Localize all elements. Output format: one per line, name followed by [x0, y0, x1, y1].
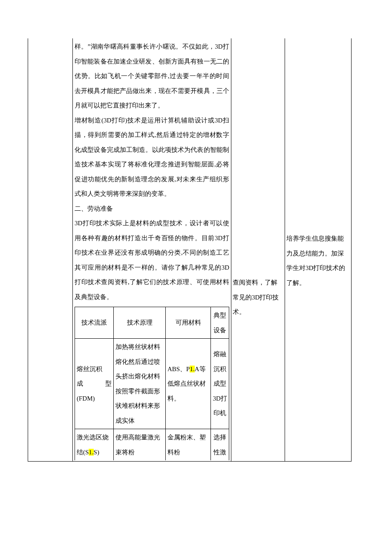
table-cell: 选择性激 [211, 429, 229, 461]
text: 熔丝沉积 [77, 362, 112, 377]
table-header: 技术原理 [114, 307, 166, 339]
stage-column [28, 38, 73, 461]
table-row: 激光选区烧结(S1.S) 使用高能量激光束将粉 金属粉末、塑料粉 选择性激 [75, 429, 229, 461]
text: S) [94, 449, 99, 456]
student-activity-column: 查阅资料，了解常见的3D打印技术。 [231, 38, 285, 461]
design-intent-column: 培养学生信息搜集能力及总结能力。加深学生对3D打印技术的了解。 [285, 38, 351, 461]
table-cell: 激光选区烧结(S1.S) [75, 429, 114, 461]
table-header: 典型设备 [211, 307, 229, 339]
table-cell: 加热将丝状材料熔化然后通过喷头挤出熔化材料按照零件截面形状堆积材料来形成实体 [114, 339, 166, 429]
table-cell: 使用高能量激光束将粉 [114, 429, 166, 461]
student-activity-text: 查阅资料，了解常见的3D打印技术。 [233, 275, 283, 320]
table-header: 可用材料 [165, 307, 210, 339]
table-row: 熔丝沉积 成 型 (FDM) 加热将丝状材料熔化然后通过喷头挤出熔化材料按照零件… [75, 339, 229, 429]
lesson-plan-row: 样。”湖南华曙高科董事长许小曙说。不仅如此，3D打印智能装备在加速企业研发、创新… [28, 38, 352, 462]
text: (FDM) [77, 391, 112, 406]
table-cell: ABS、P1.A等低熔点丝状材料。 [165, 339, 210, 429]
design-intent-text: 培养学生信息搜集能力及总结能力。加深学生对3D打印技术的了解。 [286, 231, 350, 290]
paragraph: 增材制造(3D打印)技术是运用计算机辅助设计或3D扫描，得到所需要的加工样式,然… [75, 113, 229, 201]
tech-table: 技术流派 技术原理 可用材料 典型设备 熔丝沉积 成 型 (FDM) 加 [75, 307, 229, 460]
table-cell: 熔丝沉积 成 型 (FDM) [75, 339, 114, 429]
table-header: 技术流派 [75, 307, 114, 339]
table-cell: 熔融沉积成型3D打印机 [211, 339, 229, 429]
paragraph: 3D打印技术实际上是材料的成型技术，设计者可以使用各种有趣的材料打造出千奇百怪的… [75, 216, 229, 304]
section-heading: 二、劳动准备 [75, 201, 229, 216]
teacher-activity-column: 样。”湖南华曙高科董事长许小曙说。不仅如此，3D打印智能装备在加速企业研发、创新… [73, 38, 231, 461]
highlight: 1. [190, 366, 194, 372]
paragraph: 样。”湖南华曙高科董事长许小曙说。不仅如此，3D打印智能装备在加速企业研发、创新… [75, 39, 229, 113]
text: ABS、P [167, 366, 190, 372]
highlight: 1. [89, 449, 93, 456]
table-cell: 金属粉末、塑料粉 [165, 429, 210, 461]
text: 成 [77, 376, 83, 391]
text: 型 [105, 376, 112, 391]
table-header-row: 技术流派 技术原理 可用材料 典型设备 [75, 307, 229, 339]
